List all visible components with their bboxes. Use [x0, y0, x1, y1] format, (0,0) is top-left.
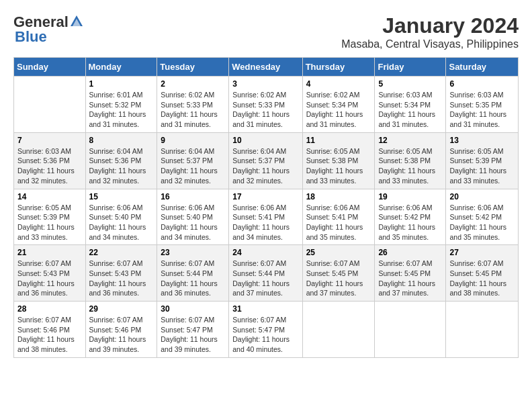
day-info: Sunrise: 6:06 AM Sunset: 5:42 PM Dayligh… — [449, 203, 515, 242]
day-cell: 21Sunrise: 6:07 AM Sunset: 5:43 PM Dayli… — [14, 245, 86, 302]
day-cell: 17Sunrise: 6:06 AM Sunset: 5:41 PM Dayli… — [229, 189, 302, 245]
day-number: 15 — [89, 192, 154, 201]
day-number: 30 — [161, 304, 225, 314]
day-info: Sunrise: 6:04 AM Sunset: 5:37 PM Dayligh… — [232, 146, 298, 186]
day-cell: 25Sunrise: 6:07 AM Sunset: 5:45 PM Dayli… — [302, 245, 375, 302]
day-number: 6 — [449, 79, 515, 89]
day-info: Sunrise: 6:07 AM Sunset: 5:43 PM Dayligh… — [17, 259, 82, 298]
day-info: Sunrise: 6:07 AM Sunset: 5:43 PM Dayligh… — [89, 259, 154, 298]
day-cell: 3Sunrise: 6:02 AM Sunset: 5:33 PM Daylig… — [229, 77, 302, 133]
day-info: Sunrise: 6:07 AM Sunset: 5:44 PM Dayligh… — [161, 259, 225, 298]
day-number: 21 — [17, 248, 82, 257]
day-cell: 24Sunrise: 6:07 AM Sunset: 5:44 PM Dayli… — [229, 245, 302, 302]
day-number: 12 — [378, 136, 442, 145]
day-number: 23 — [161, 248, 225, 257]
day-info: Sunrise: 6:07 AM Sunset: 5:44 PM Dayligh… — [232, 259, 298, 298]
day-number: 31 — [232, 304, 298, 314]
day-cell: 4Sunrise: 6:02 AM Sunset: 5:34 PM Daylig… — [302, 77, 375, 133]
col-header-saturday: Saturday — [446, 58, 519, 77]
title-block: January 2024 Masaba, Central Visayas, Ph… — [341, 13, 519, 50]
day-info: Sunrise: 6:03 AM Sunset: 5:35 PM Dayligh… — [449, 90, 515, 130]
day-info: Sunrise: 6:06 AM Sunset: 5:41 PM Dayligh… — [232, 203, 298, 242]
day-cell: 31Sunrise: 6:07 AM Sunset: 5:47 PM Dayli… — [229, 302, 302, 358]
day-number: 24 — [232, 248, 298, 257]
day-number: 2 — [161, 79, 225, 89]
col-header-sunday: Sunday — [14, 58, 86, 77]
day-info: Sunrise: 6:02 AM Sunset: 5:34 PM Dayligh… — [306, 90, 371, 130]
day-info: Sunrise: 6:07 AM Sunset: 5:46 PM Dayligh… — [17, 315, 82, 355]
day-info: Sunrise: 6:03 AM Sunset: 5:36 PM Dayligh… — [17, 146, 82, 186]
col-header-friday: Friday — [375, 58, 446, 77]
week-row-1: 1Sunrise: 6:01 AM Sunset: 5:32 PM Daylig… — [14, 77, 519, 133]
day-cell — [446, 302, 519, 358]
col-header-tuesday: Tuesday — [157, 58, 229, 77]
day-number: 16 — [161, 192, 225, 201]
day-info: Sunrise: 6:06 AM Sunset: 5:40 PM Dayligh… — [161, 203, 225, 242]
week-row-4: 21Sunrise: 6:07 AM Sunset: 5:43 PM Dayli… — [14, 245, 519, 302]
day-cell: 9Sunrise: 6:04 AM Sunset: 5:37 PM Daylig… — [157, 132, 229, 189]
day-number: 22 — [89, 248, 154, 257]
day-cell: 18Sunrise: 6:06 AM Sunset: 5:41 PM Dayli… — [302, 189, 375, 245]
day-info: Sunrise: 6:07 AM Sunset: 5:45 PM Dayligh… — [449, 259, 515, 298]
logo-blue: Blue — [15, 28, 47, 46]
day-info: Sunrise: 6:01 AM Sunset: 5:32 PM Dayligh… — [89, 90, 154, 130]
day-number: 17 — [232, 192, 298, 201]
day-number: 10 — [232, 136, 298, 145]
day-info: Sunrise: 6:05 AM Sunset: 5:39 PM Dayligh… — [449, 146, 515, 186]
col-header-wednesday: Wednesday — [229, 58, 302, 77]
day-number: 4 — [306, 79, 371, 89]
day-info: Sunrise: 6:05 AM Sunset: 5:39 PM Dayligh… — [17, 203, 82, 242]
day-info: Sunrise: 6:05 AM Sunset: 5:38 PM Dayligh… — [378, 146, 442, 186]
week-row-3: 14Sunrise: 6:05 AM Sunset: 5:39 PM Dayli… — [14, 189, 519, 245]
day-number: 1 — [89, 79, 154, 89]
day-number: 29 — [89, 304, 154, 314]
day-cell — [14, 77, 86, 133]
day-number: 5 — [378, 79, 442, 89]
day-cell: 8Sunrise: 6:04 AM Sunset: 5:36 PM Daylig… — [85, 132, 157, 189]
page-title: January 2024 — [341, 13, 519, 38]
day-cell: 30Sunrise: 6:07 AM Sunset: 5:47 PM Dayli… — [157, 302, 229, 358]
day-number: 25 — [306, 248, 371, 257]
day-number: 19 — [378, 192, 442, 201]
day-cell: 23Sunrise: 6:07 AM Sunset: 5:44 PM Dayli… — [157, 245, 229, 302]
day-info: Sunrise: 6:02 AM Sunset: 5:33 PM Dayligh… — [232, 90, 298, 130]
day-cell: 1Sunrise: 6:01 AM Sunset: 5:32 PM Daylig… — [85, 77, 157, 133]
day-cell: 11Sunrise: 6:05 AM Sunset: 5:38 PM Dayli… — [302, 132, 375, 189]
day-cell: 26Sunrise: 6:07 AM Sunset: 5:45 PM Dayli… — [375, 245, 446, 302]
day-info: Sunrise: 6:02 AM Sunset: 5:33 PM Dayligh… — [161, 90, 225, 130]
week-row-5: 28Sunrise: 6:07 AM Sunset: 5:46 PM Dayli… — [14, 302, 519, 358]
day-number: 26 — [378, 248, 442, 257]
day-info: Sunrise: 6:07 AM Sunset: 5:46 PM Dayligh… — [89, 315, 154, 355]
day-cell: 22Sunrise: 6:07 AM Sunset: 5:43 PM Dayli… — [85, 245, 157, 302]
day-info: Sunrise: 6:05 AM Sunset: 5:38 PM Dayligh… — [306, 146, 371, 186]
day-cell — [302, 302, 375, 358]
day-info: Sunrise: 6:03 AM Sunset: 5:34 PM Dayligh… — [378, 90, 442, 130]
day-number: 18 — [306, 192, 371, 201]
day-info: Sunrise: 6:06 AM Sunset: 5:41 PM Dayligh… — [306, 203, 371, 242]
day-cell: 5Sunrise: 6:03 AM Sunset: 5:34 PM Daylig… — [375, 77, 446, 133]
day-number: 27 — [449, 248, 515, 257]
day-number: 20 — [449, 192, 515, 201]
day-cell: 7Sunrise: 6:03 AM Sunset: 5:36 PM Daylig… — [14, 132, 86, 189]
day-number: 7 — [17, 136, 82, 145]
day-info: Sunrise: 6:06 AM Sunset: 5:42 PM Dayligh… — [378, 203, 442, 242]
page-header: General Blue January 2024 Masaba, Centra… — [13, 13, 519, 50]
day-info: Sunrise: 6:07 AM Sunset: 5:45 PM Dayligh… — [378, 259, 442, 298]
day-info: Sunrise: 6:07 AM Sunset: 5:47 PM Dayligh… — [161, 315, 225, 355]
day-cell — [375, 302, 446, 358]
day-number: 3 — [232, 79, 298, 89]
day-info: Sunrise: 6:07 AM Sunset: 5:47 PM Dayligh… — [232, 315, 298, 355]
day-cell: 6Sunrise: 6:03 AM Sunset: 5:35 PM Daylig… — [446, 77, 519, 133]
day-number: 14 — [17, 192, 82, 201]
logo-icon — [69, 14, 84, 29]
day-cell: 16Sunrise: 6:06 AM Sunset: 5:40 PM Dayli… — [157, 189, 229, 245]
day-cell: 13Sunrise: 6:05 AM Sunset: 5:39 PM Dayli… — [446, 132, 519, 189]
day-cell: 15Sunrise: 6:06 AM Sunset: 5:40 PM Dayli… — [85, 189, 157, 245]
week-row-2: 7Sunrise: 6:03 AM Sunset: 5:36 PM Daylig… — [14, 132, 519, 189]
col-header-thursday: Thursday — [302, 58, 375, 77]
day-cell: 29Sunrise: 6:07 AM Sunset: 5:46 PM Dayli… — [85, 302, 157, 358]
day-cell: 12Sunrise: 6:05 AM Sunset: 5:38 PM Dayli… — [375, 132, 446, 189]
day-info: Sunrise: 6:06 AM Sunset: 5:40 PM Dayligh… — [89, 203, 154, 242]
day-number: 11 — [306, 136, 371, 145]
col-header-monday: Monday — [85, 58, 157, 77]
